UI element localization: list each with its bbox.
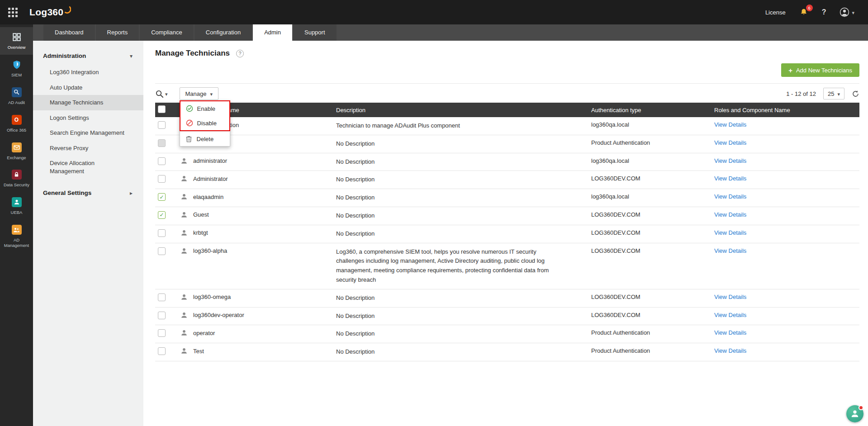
page-title: Manage Technicians: [155, 49, 230, 58]
row-checkbox[interactable]: [158, 312, 166, 319]
row-checkbox[interactable]: [158, 193, 166, 201]
tab-reports[interactable]: Reports: [96, 24, 139, 41]
sidebar-item-logon-settings[interactable]: Logon Settings: [33, 110, 143, 126]
sidebar-section-general-settings[interactable]: General Settings: [33, 187, 143, 199]
view-details-link[interactable]: View Details: [714, 121, 746, 128]
row-checkbox[interactable]: [158, 157, 166, 165]
menu-item-enable[interactable]: Enable: [180, 101, 229, 116]
view-details-link[interactable]: View Details: [714, 329, 746, 336]
topbar-left: Log360: [8, 7, 71, 18]
rail-item-exchange[interactable]: Exchange: [0, 137, 33, 165]
chevron-down-icon: [130, 52, 133, 59]
technician-description: No Description: [336, 189, 591, 207]
menu-item-delete[interactable]: Delete: [180, 131, 230, 146]
row-checkbox[interactable]: [158, 121, 166, 129]
view-details-link[interactable]: View Details: [714, 139, 746, 146]
row-checkbox[interactable]: [158, 293, 166, 301]
authentication-type: log360qa.local: [591, 153, 714, 171]
left-rail: OverviewSIEMAD AuditOOffice 365ExchangeD…: [0, 24, 33, 426]
row-checkbox[interactable]: [158, 247, 166, 255]
rail-item-label: Exchange: [7, 155, 26, 161]
tab-admin[interactable]: Admin: [253, 24, 292, 41]
view-details-link[interactable]: View Details: [714, 157, 746, 164]
refresh-icon[interactable]: [852, 90, 859, 98]
search-icon: [155, 90, 164, 98]
technician-description: No Description: [336, 307, 591, 325]
select-all-checkbox[interactable]: [158, 105, 166, 113]
topbar-right: License 6 ?: [765, 7, 854, 17]
authentication-type: log360qa.local: [591, 117, 714, 135]
page-size-select[interactable]: 25: [823, 88, 844, 99]
column-header-authentication-type: Authentication type: [591, 103, 714, 117]
row-checkbox[interactable]: [158, 329, 166, 337]
rail-item-ad-management[interactable]: AD Management: [0, 220, 33, 253]
notifications-button[interactable]: 6: [799, 8, 808, 17]
view-details-link[interactable]: View Details: [714, 312, 746, 318]
technician-description: No Description: [336, 153, 591, 171]
menu-item-label: Disable: [197, 120, 217, 127]
enable-disable-highlight-box: EnableDisable: [180, 100, 230, 131]
technician-description: No Description: [336, 343, 591, 361]
table-row: elaqaadminNo Descriptionlog360qa.localVi…: [155, 189, 859, 207]
help-icon[interactable]: ?: [822, 8, 826, 16]
ad-management-people-icon: [12, 224, 22, 235]
technician-icon: [180, 175, 188, 182]
actions-row: Add New Technicians: [155, 63, 859, 77]
user-avatar[interactable]: [840, 7, 854, 17]
view-details-link[interactable]: View Details: [714, 175, 746, 182]
table-row: log360-omegaNo DescriptionLOG360DEV.COMV…: [155, 289, 859, 307]
title-row: Manage Technicians ?: [155, 49, 859, 58]
rail-item-ad-audit[interactable]: AD Audit: [0, 82, 33, 110]
manage-menu: EnableDisableDelete: [180, 100, 230, 147]
table-row: TestNo DescriptionProduct Authentication…: [155, 343, 859, 361]
add-new-technicians-button[interactable]: Add New Technicians: [781, 63, 859, 77]
row-checkbox[interactable]: [158, 139, 166, 147]
authentication-type: Product Authentication: [591, 343, 714, 361]
sidebar-item-device-allocation-management[interactable]: Device Allocation Management: [33, 156, 143, 179]
apps-grid-icon[interactable]: [8, 8, 18, 17]
manage-dropdown-button[interactable]: Manage: [180, 87, 219, 100]
row-checkbox[interactable]: [158, 211, 166, 219]
screen: Log360 License 6 ?: [0, 0, 868, 426]
rail-item-siem[interactable]: SIEM: [0, 55, 33, 82]
technician-description: No Description: [336, 289, 591, 307]
search-button[interactable]: [155, 90, 168, 98]
view-details-link[interactable]: View Details: [714, 293, 746, 300]
technician-name: administrator: [193, 157, 227, 164]
table-row: krbtgtNo DescriptionLOG360DEV.COMView De…: [155, 225, 859, 243]
sidebar-item-reverse-proxy[interactable]: Reverse Proxy: [33, 141, 143, 156]
right-column: DashboardReportsComplianceConfigurationA…: [33, 24, 868, 426]
rail-item-office-365[interactable]: OOffice 365: [0, 110, 33, 137]
row-checkbox[interactable]: [158, 229, 166, 237]
rail-item-ueba[interactable]: UEBA: [0, 192, 33, 220]
content-row: Administration Log360 IntegrationAuto Up…: [33, 41, 868, 426]
license-link[interactable]: License: [765, 9, 786, 16]
sidebar-item-manage-technicians[interactable]: Manage Technicians: [33, 95, 143, 110]
view-details-link[interactable]: View Details: [714, 193, 746, 200]
rail-item-data-security[interactable]: Data Security: [0, 165, 33, 192]
row-checkbox[interactable]: [158, 347, 166, 355]
view-details-link[interactable]: View Details: [714, 211, 746, 218]
view-details-link[interactable]: View Details: [714, 229, 746, 236]
logo-swoosh-icon: [64, 5, 71, 14]
technician-description: No Description: [336, 135, 591, 153]
sidebar-item-auto-update[interactable]: Auto Update: [33, 80, 143, 95]
authentication-type: Product Authentication: [591, 135, 714, 153]
menu-item-disable[interactable]: Disable: [180, 116, 229, 130]
table-row: AdministratorNo DescriptionLOG360DEV.COM…: [155, 171, 859, 189]
tab-configuration[interactable]: Configuration: [194, 24, 252, 41]
sidebar-item-log360-integration[interactable]: Log360 Integration: [33, 65, 143, 80]
page-help-icon[interactable]: ?: [236, 50, 244, 57]
tab-support[interactable]: Support: [293, 24, 337, 41]
sidebar-section-administration[interactable]: Administration: [33, 50, 143, 62]
row-checkbox[interactable]: [158, 175, 166, 183]
tab-compliance[interactable]: Compliance: [140, 24, 194, 41]
table-header-row: Technician NameDescriptionAuthentication…: [155, 103, 859, 117]
view-details-link[interactable]: View Details: [714, 347, 746, 354]
rail-item-overview[interactable]: Overview: [0, 27, 33, 55]
support-chat-bubble[interactable]: [846, 405, 863, 422]
table-row: administratorNo Descriptionlog360qa.loca…: [155, 153, 859, 171]
tab-dashboard[interactable]: Dashboard: [43, 24, 95, 41]
sidebar-item-search-engine-management[interactable]: Search Engine Management: [33, 125, 143, 141]
view-details-link[interactable]: View Details: [714, 247, 746, 254]
